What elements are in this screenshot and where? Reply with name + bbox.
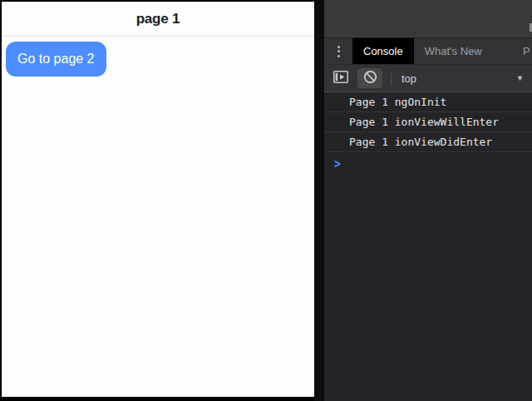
javascript-context-selector[interactable]: top	[401, 72, 416, 85]
page-title: page 1	[136, 11, 180, 27]
devtools-tabbar: Console What's New P	[324, 38, 532, 65]
dropdown-arrow-icon[interactable]: ▼	[516, 74, 524, 82]
screen: page 1 Go to page 2 Console What's New P	[0, 0, 532, 401]
go-to-page-2-button[interactable]: Go to page 2	[6, 42, 106, 77]
toolbar-separator	[391, 71, 392, 86]
console-toolbar: top ▼	[324, 65, 532, 92]
kebab-menu-icon[interactable]	[324, 38, 352, 64]
console-prompt[interactable]: >	[324, 152, 532, 174]
console-message: Page 1 ionViewWillEnter	[324, 112, 532, 132]
app-panel: page 1 Go to page 2	[0, 0, 314, 397]
console-sidebar-icon	[333, 71, 348, 87]
devtools-panel: Console What's New P	[324, 0, 532, 401]
window-edge-divider	[314, 0, 324, 401]
devtools-top-area	[324, 0, 532, 38]
app-header: page 1	[2, 2, 314, 37]
show-console-sidebar-button[interactable]	[330, 68, 352, 88]
console-messages-area[interactable]: Page 1 ngOnInit Page 1 ionViewWillEnter …	[324, 92, 532, 174]
console-message: Page 1 ngOnInit	[324, 92, 532, 112]
clear-console-button[interactable]	[357, 68, 382, 88]
tab-console[interactable]: Console	[352, 38, 414, 64]
console-message: Page 1 ionViewDidEnter	[324, 132, 532, 152]
tab-whats-new[interactable]: What's New	[414, 38, 493, 64]
tab-clipped[interactable]: P	[523, 38, 532, 64]
clear-console-icon	[363, 70, 377, 87]
app-content: Go to page 2	[2, 37, 314, 82]
prompt-chevron-icon: >	[334, 156, 341, 170]
